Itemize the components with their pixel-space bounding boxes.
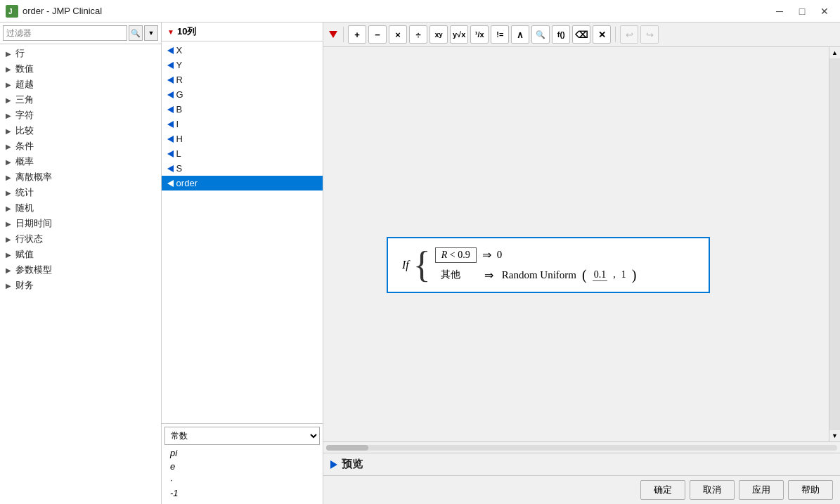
fx-button[interactable]: f()	[552, 25, 570, 44]
category-item-datetime[interactable]: ▶日期时间	[0, 216, 161, 231]
apply-button[interactable]: 应用	[739, 480, 784, 500]
constant-pi[interactable]: pi	[167, 446, 317, 460]
category-label: 数值	[15, 63, 34, 75]
category-item-row[interactable]: ▶行	[0, 46, 161, 61]
category-item-param-model[interactable]: ▶参数模型	[0, 262, 161, 278]
filter-dropdown-button[interactable]: ▼	[144, 25, 158, 41]
if-expression: If { R < 0.9 ⇒ 0 其他	[402, 247, 694, 283]
multiply-button[interactable]: ×	[389, 25, 407, 44]
column-item-R[interactable]: R	[162, 72, 323, 87]
expand-arrow: ▶	[6, 127, 11, 135]
clear-button[interactable]: ✕	[593, 25, 611, 44]
formula-editor-panel: + − × ÷ xy y√x ¹/x != ∧ 🔍 f() ⌫ ✕ ↩ ↪ If	[323, 22, 840, 504]
column-item-X[interactable]: X	[162, 43, 323, 58]
column-triangle-icon	[167, 106, 174, 113]
preview-expand-icon[interactable]	[330, 460, 337, 469]
maximize-button[interactable]: □	[792, 4, 812, 18]
and-button[interactable]: ∧	[511, 25, 529, 44]
category-item-probability[interactable]: ▶概率	[0, 154, 161, 169]
category-label: 概率	[15, 155, 34, 168]
column-item-G[interactable]: G	[162, 87, 323, 102]
column-item-H[interactable]: H	[162, 131, 323, 146]
category-item-transcend[interactable]: ▶超越	[0, 77, 161, 92]
arg2-value[interactable]: 1	[621, 269, 626, 280]
scroll-down-button[interactable]: ▼	[829, 430, 840, 441]
category-label: 日期时间	[15, 217, 52, 230]
arg1-value[interactable]: 0.1	[593, 269, 608, 281]
formula-expression-box[interactable]: If { R < 0.9 ⇒ 0 其他	[387, 237, 710, 293]
column-triangle-icon	[167, 91, 174, 98]
magnify-button[interactable]: 🔍	[531, 25, 550, 44]
condition-box[interactable]: R < 0.9	[435, 247, 477, 263]
red-dropdown-icon[interactable]	[328, 29, 339, 40]
horizontal-scrollbar[interactable]	[323, 441, 840, 453]
category-label: 条件	[15, 140, 34, 153]
random-uniform-label: Random Uniform	[502, 269, 576, 281]
scroll-up-button[interactable]: ▲	[829, 47, 840, 58]
column-item-Y[interactable]: Y	[162, 58, 323, 72]
formula-inner-area[interactable]: If { R < 0.9 ⇒ 0 其他	[323, 47, 829, 441]
category-item-statistics[interactable]: ▶统计	[0, 185, 161, 200]
notequal-button[interactable]: !=	[491, 25, 509, 44]
category-label: 超越	[15, 78, 34, 91]
category-item-assign[interactable]: ▶赋值	[0, 247, 161, 262]
add-button[interactable]: +	[348, 25, 366, 44]
constants-list: pi e · -1	[164, 445, 320, 501]
close-paren: )	[632, 267, 637, 283]
category-item-rowstate[interactable]: ▶行状态	[0, 231, 161, 247]
constant-e[interactable]: e	[167, 460, 317, 473]
category-item-discrete-prob[interactable]: ▶离散概率	[0, 169, 161, 185]
column-item-S[interactable]: S	[162, 161, 323, 176]
minimize-button[interactable]: ─	[770, 4, 789, 18]
hscroll-track	[326, 445, 837, 451]
power-button[interactable]: xy	[429, 25, 448, 44]
category-item-char[interactable]: ▶字符	[0, 108, 161, 123]
formula-toolbar: + − × ÷ xy y√x ¹/x != ∧ 🔍 f() ⌫ ✕ ↩ ↪	[323, 22, 840, 47]
confirm-button[interactable]: 确定	[640, 480, 685, 500]
expand-arrow: ▶	[6, 235, 11, 243]
filter-search-button[interactable]: 🔍	[129, 25, 143, 41]
column-item-L[interactable]: L	[162, 146, 323, 161]
formula-scroll-area: If { R < 0.9 ⇒ 0 其他	[323, 47, 840, 441]
category-item-trig[interactable]: ▶三角	[0, 92, 161, 108]
close-button[interactable]: ✕	[815, 4, 834, 18]
constants-dropdown[interactable]: 常数	[164, 427, 320, 445]
column-triangle-icon	[167, 165, 174, 172]
filter-input[interactable]	[3, 25, 127, 41]
category-label: 财务	[15, 279, 34, 292]
column-item-B[interactable]: B	[162, 102, 323, 117]
category-label: 三角	[15, 93, 34, 106]
category-label: 参数模型	[15, 264, 52, 276]
svg-marker-2	[329, 31, 337, 38]
open-brace: {	[413, 247, 431, 283]
sqrt-button[interactable]: y√x	[450, 25, 468, 44]
backspace-button[interactable]: ⌫	[572, 25, 590, 44]
divide-button[interactable]: ÷	[409, 25, 427, 44]
toolbar-separator2	[615, 27, 616, 42]
help-button[interactable]: 帮助	[788, 480, 833, 500]
category-list: ▶行 ▶数值 ▶超越 ▶三角 ▶字符 ▶比较 ▶条件 ▶概率 ▶离散概率 ▶统计…	[0, 44, 161, 504]
undo-button[interactable]: ↩	[620, 25, 638, 44]
redo-button[interactable]: ↪	[640, 25, 659, 44]
category-item-finance[interactable]: ▶财务	[0, 278, 161, 293]
column-item-order[interactable]: order	[162, 176, 323, 190]
category-item-random[interactable]: ▶随机	[0, 200, 161, 216]
scroll-track	[829, 58, 840, 430]
toolbar-separator	[343, 27, 344, 42]
vertical-scrollbar[interactable]: ▲ ▼	[829, 47, 840, 441]
column-triangle-icon	[167, 180, 174, 187]
expand-arrow: ▶	[6, 158, 11, 166]
constant-neg1[interactable]: -1	[167, 486, 317, 500]
constant-dot[interactable]: ·	[167, 473, 317, 486]
reciprocal-button[interactable]: ¹/x	[470, 25, 489, 44]
subtract-button[interactable]: −	[368, 25, 387, 44]
cancel-button[interactable]: 取消	[690, 480, 735, 500]
category-item-condition[interactable]: ▶条件	[0, 138, 161, 154]
expand-arrow: ▶	[6, 282, 11, 290]
expand-arrow: ▶	[6, 81, 11, 89]
category-item-compare[interactable]: ▶比较	[0, 123, 161, 138]
hscroll-thumb[interactable]	[326, 445, 368, 451]
category-item-numeric[interactable]: ▶数值	[0, 61, 161, 77]
column-item-I[interactable]: I	[162, 117, 323, 131]
preview-label: 预览	[342, 458, 363, 471]
